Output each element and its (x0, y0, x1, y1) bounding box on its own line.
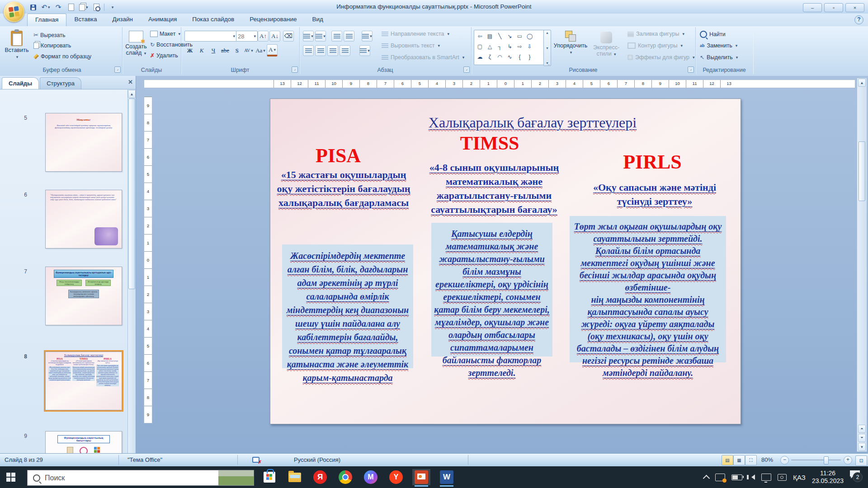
new-document-button[interactable] (66, 3, 76, 12)
shrink-font-button[interactable]: A↓ (269, 31, 280, 42)
shape-item[interactable]: ⇦ (475, 31, 485, 41)
align-text-button[interactable]: Выровнять текст (382, 42, 440, 49)
print-preview-button[interactable] (91, 3, 101, 12)
copy-shortcut-button[interactable] (79, 3, 89, 12)
fit-to-window-button[interactable]: ⊡ (855, 455, 867, 466)
tab-animation[interactable]: Анимация (141, 14, 184, 26)
previous-slide-button[interactable]: ⏶ (858, 425, 866, 433)
shape-item[interactable]: ↘ (505, 31, 514, 41)
shape-outline-button[interactable]: Контур фигуры (627, 42, 683, 49)
cut-button[interactable]: Вырезать (33, 32, 66, 38)
copy-button[interactable]: Копировать (33, 42, 71, 49)
taskbar-icon-powerpoint-active[interactable] (412, 469, 430, 485)
shape-item[interactable]: ∿ (505, 52, 514, 62)
taskbar-icon-yandex[interactable]: Я (311, 469, 329, 485)
office-button[interactable] (4, 1, 24, 22)
timss-body-box[interactable]: Қатысушы елдердің математикалық және жар… (431, 223, 552, 357)
quick-styles-button[interactable]: Экспресс-стили (588, 29, 625, 65)
columns-button[interactable] (359, 45, 370, 56)
shape-item[interactable]: ▭ (515, 31, 524, 41)
undo-button[interactable] (41, 3, 51, 12)
tray-expand-icon[interactable] (703, 474, 710, 482)
taskbar-icon-messenger[interactable]: M (362, 469, 380, 485)
font-size-combo[interactable]: 28 (236, 31, 258, 42)
strikethrough-button[interactable]: abe (220, 45, 231, 56)
new-slide-button[interactable]: Создатьслайд (123, 29, 149, 65)
align-center-button[interactable] (315, 45, 326, 56)
restore-button[interactable]: ▫ (824, 3, 843, 12)
zoom-slider-track[interactable] (791, 460, 841, 460)
shape-item[interactable]: } (525, 52, 534, 62)
pirls-body-box[interactable]: Төрт жыл оқыған оқушылардың оқу сауаттыл… (570, 216, 726, 362)
format-painter-button[interactable]: Формат по образцу (33, 53, 91, 60)
find-button[interactable]: Найти (700, 31, 726, 38)
pisa-body-box[interactable]: Жасөспірімдердің мектепте алған білім, б… (282, 244, 413, 368)
volume-icon[interactable] (749, 474, 755, 480)
font-color-button[interactable]: А (267, 44, 278, 56)
taskbar-icon-explorer[interactable] (286, 469, 304, 485)
grow-font-button[interactable]: A↑ (258, 31, 269, 42)
slide-canvas[interactable]: Халықаралық бағалау зерттеулері PISA «15… (270, 99, 741, 424)
shape-item[interactable]: { (515, 52, 524, 62)
slideshow-button[interactable]: ⛶ (745, 455, 757, 465)
pisa-heading[interactable]: PISA (273, 144, 404, 167)
change-case-button[interactable]: Aa (255, 45, 266, 56)
decrease-indent-button[interactable] (331, 31, 342, 42)
taskbar-search[interactable]: Поиск (27, 470, 254, 486)
tab-outline[interactable]: Структура (40, 77, 81, 89)
zoom-in-button[interactable]: + (844, 456, 852, 465)
bullets-button[interactable] (303, 31, 314, 42)
search-highlight-image[interactable] (218, 470, 254, 485)
pirls-heading[interactable]: PIRLS (587, 150, 718, 174)
pane-scroll-up-icon[interactable]: ▲ (128, 90, 136, 98)
slide-thumbnail-6[interactable]: "Функционалды сауатты адам— адам іс-әрек… (45, 190, 122, 249)
replace-button[interactable]: abЗаменить (700, 42, 737, 49)
justify-button[interactable] (340, 45, 350, 56)
shape-item[interactable]: ↳ (505, 41, 514, 52)
shape-item[interactable]: ▢ (475, 41, 485, 52)
shape-item[interactable]: ζ (485, 52, 495, 62)
paste-button[interactable]: Вставить (4, 29, 30, 65)
keyboard-language[interactable]: ҚАЗ (793, 474, 806, 481)
scroll-up-icon[interactable]: ▲ (858, 79, 866, 87)
tab-review[interactable]: Рецензирование (242, 14, 304, 26)
shape-item[interactable]: ╲ (495, 31, 505, 41)
pirls-subtitle[interactable]: «Оқу сапасын және мәтінді түсінуді зертт… (587, 180, 722, 208)
paragraph-dialog-launcher[interactable] (463, 66, 470, 73)
align-right-button[interactable] (327, 45, 338, 56)
clear-formatting-button[interactable]: ⌫ (283, 31, 294, 42)
timss-heading[interactable]: TIMSS (424, 132, 555, 154)
zoom-slider-thumb[interactable] (824, 456, 829, 465)
slide-thumbnail-5[interactable]: Мақсаты: Белсенді әдіс-тәсілдерді қолдан… (45, 113, 122, 172)
shape-fill-button[interactable]: Заливка фигуры (627, 31, 684, 37)
zoom-level[interactable]: 80% (761, 456, 773, 463)
italic-button[interactable]: К (196, 45, 207, 56)
customize-qat-button[interactable] (107, 3, 117, 12)
font-dialog-launcher[interactable] (292, 66, 298, 73)
next-slide-button[interactable]: ⏷ (858, 434, 866, 442)
normal-view-button[interactable]: ▤ (722, 455, 733, 465)
shape-item[interactable]: ⇩ (525, 41, 534, 52)
align-left-button[interactable] (303, 45, 314, 56)
slide-sorter-button[interactable]: ▦ (733, 455, 745, 465)
shapes-gallery-scrollbar[interactable]: ▲▼▼̲ (543, 30, 551, 66)
shape-item[interactable]: ◠ (495, 52, 505, 62)
slide-thumbnail-9[interactable]: Функционалдық сауаттылық бағыттары (45, 431, 122, 454)
line-spacing-button[interactable] (362, 31, 373, 42)
slide-thumbnail-7[interactable]: Функционалдық сауаттылықты арттыратын әд… (45, 267, 122, 325)
delete-slide-button[interactable]: Удалить (150, 52, 178, 59)
scroll-down-icon[interactable]: ▼ (858, 443, 866, 451)
tab-insert[interactable]: Вставка (66, 14, 104, 26)
shape-effects-button[interactable]: Эффекты для фигур (627, 54, 695, 61)
shape-item[interactable]: ┐ (495, 41, 505, 52)
redo-button[interactable] (53, 3, 63, 12)
cast-icon[interactable] (778, 474, 787, 481)
workspace-scrollbar[interactable]: ▲ ⏶ ⏷ ▼ (857, 78, 867, 452)
numbering-button[interactable] (315, 31, 326, 42)
minimize-button[interactable]: – (803, 3, 822, 12)
tab-home[interactable]: Главная (27, 14, 66, 26)
shapes-gallery[interactable]: ⇦▤╲↘▭◯▢△┐↳⇨⇩☁ζ◠∿{} (474, 30, 545, 65)
close-button[interactable]: × (845, 3, 864, 12)
notification-center[interactable]: 2 (850, 470, 863, 484)
zoom-out-button[interactable]: − (780, 456, 789, 465)
